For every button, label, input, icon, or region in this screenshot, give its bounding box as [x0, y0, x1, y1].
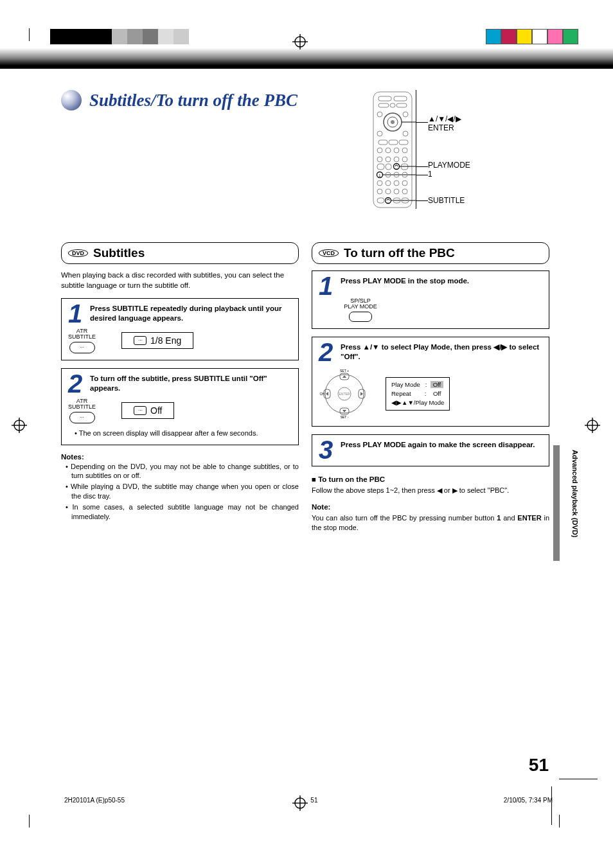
registration-mark-icon: [12, 418, 27, 433]
svg-rect-12: [373, 92, 412, 208]
playmode-button-graphic: SP/SLP PLAY MODE: [338, 298, 383, 322]
side-tab-rect: [553, 445, 560, 561]
pbc-step-2: 2 Press ▲/▼ to select Play Mode, then pr…: [312, 337, 549, 427]
svg-marker-69: [326, 392, 328, 396]
pbc-step-3: 3 Press PLAY MODE again to make the scre…: [312, 434, 549, 466]
remote-label-playmode: PLAYMODE: [428, 161, 470, 170]
vcd-badge: VCD: [319, 249, 339, 257]
remote-illustration: 1: [369, 90, 416, 209]
onscreen-menu: Play Mode : Off Repeat : Off ◀▶▲▼/Play M…: [386, 377, 450, 411]
subtitle-osd-icon: ⋯: [134, 336, 147, 345]
dpad-icon: ENTER SET + SET - CH: [319, 368, 370, 420]
remote-label-subtitle: SUBTITLE: [428, 196, 465, 205]
svg-marker-65: [342, 375, 346, 378]
note-item: • In some cases, a selected subtitle lan…: [61, 502, 299, 522]
footer-left: 2H20101A (E)p50-55: [64, 797, 125, 804]
subtitle-osd-icon: ⋯: [134, 406, 147, 415]
page-number: 51: [529, 755, 549, 775]
turn-on-body: Follow the above steps 1~2, then press ◀…: [312, 486, 549, 495]
footer-mid: 51: [310, 797, 317, 804]
subtitles-section: DVD Subtitles When playing back a disc r…: [61, 242, 299, 532]
subtitles-intro: When playing back a disc recorded with s…: [61, 270, 299, 290]
notes-heading: Notes:: [61, 453, 299, 461]
sphere-icon: [61, 90, 82, 111]
subtitles-heading: Subtitles: [93, 246, 145, 260]
side-tab-label: Advanced playback (DVD): [571, 450, 579, 537]
registration-mark-icon: [292, 34, 308, 49]
pbc-heading: To turn off the PBC: [344, 246, 455, 260]
note-heading: Note:: [312, 503, 549, 511]
step-number-icon: 1: [319, 276, 335, 296]
svg-text:SET -: SET -: [341, 415, 349, 419]
svg-marker-67: [342, 410, 346, 412]
osd-display: ⋯ Off: [121, 402, 174, 419]
note-item: • Depending on the DVD, you may not be a…: [61, 462, 299, 481]
svg-text:1: 1: [379, 173, 381, 177]
subtitles-step-1: 1 Press SUBTITLE repeatedly during playb…: [61, 298, 299, 360]
subtitles-step-2: 2 To turn off the subtitle, press SUBTIT…: [61, 368, 299, 445]
remote-label-arrows: ▲/▼/◀/▶: [428, 114, 461, 123]
step-number-icon: 2: [319, 342, 335, 362]
osd-display: ⋯ 1/8 Eng: [121, 332, 193, 349]
pbc-step1-text: Press PLAY MODE in the stop mode.: [341, 276, 542, 286]
gradient-band: [0, 47, 613, 69]
step2-afternote: • The on screen display will disappear a…: [68, 429, 292, 438]
footer-right: 2/10/05, 7:34 PM: [504, 797, 553, 804]
svg-point-22: [391, 120, 395, 124]
pbc-section: VCD To turn off the PBC 1 Press PLAY MOD…: [312, 242, 549, 532]
svg-text:ENTER: ENTER: [339, 392, 350, 396]
step-number-icon: 1: [68, 304, 85, 323]
subtitle-button-graphic: ATR SUBTITLE ⋯: [68, 328, 96, 353]
note-item: • While playing a DVD, the subtitle may …: [61, 482, 299, 501]
step-number-icon: 3: [319, 440, 335, 459]
svg-text:SET +: SET +: [340, 369, 349, 373]
remote-label-enter: ENTER: [428, 123, 454, 132]
step-number-icon: 2: [68, 374, 85, 393]
turn-on-heading: To turn on the PBC: [312, 475, 549, 483]
footer: 2H20101A (E)p50-55 51 2/10/05, 7:34 PM: [64, 797, 553, 804]
registration-mark-icon: [585, 418, 600, 433]
pbc-header: VCD To turn off the PBC: [312, 242, 549, 264]
pbc-step3-text: Press PLAY MODE again to make the screen…: [341, 440, 542, 450]
step2-text: To turn off the subtitle, press SUBTITLE…: [90, 374, 292, 393]
remote-diagram: 1 ▲/▼/◀/▶ ENTER PLAYMODE 1: [369, 90, 549, 215]
dots-icon: ⋯: [80, 415, 84, 420]
page-title-text: Subtitles/To turn off the PBC: [89, 91, 298, 111]
note-body: You can also turn off the PBC by pressin…: [312, 513, 549, 533]
subtitle-button-graphic: ATR SUBTITLE ⋯: [68, 398, 96, 423]
step1-text: Press SUBTITLE repeatedly during playbac…: [90, 304, 292, 323]
subtitles-header: DVD Subtitles: [61, 242, 299, 264]
svg-text:CH: CH: [319, 392, 324, 396]
svg-marker-71: [360, 392, 363, 396]
dots-icon: ⋯: [80, 345, 84, 350]
remote-label-one: 1: [428, 170, 432, 179]
pbc-step2-text: Press ▲/▼ to select Play Mode, then pres…: [341, 342, 542, 362]
pbc-step-1: 1 Press PLAY MODE in the stop mode. SP/S…: [312, 270, 549, 329]
dvd-badge: DVD: [68, 249, 88, 257]
